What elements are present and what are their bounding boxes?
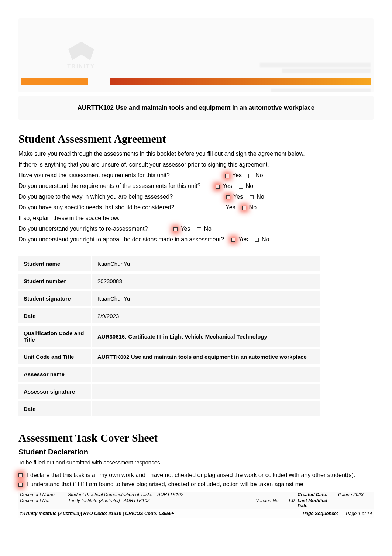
table-row-label: Date bbox=[18, 308, 92, 323]
question-2: Do you understand the requirements of th… bbox=[18, 181, 201, 192]
section-heading-agreement: Student Assessment Agreement bbox=[18, 133, 374, 145]
table-row-value: AURTTK002 Use and maintain tools and equ… bbox=[92, 349, 320, 364]
table-row-label: Student name bbox=[18, 256, 92, 271]
table-row-label: Student number bbox=[18, 274, 92, 289]
no-label: No bbox=[204, 224, 212, 234]
table-row-value bbox=[92, 367, 320, 382]
no-label: No bbox=[249, 202, 257, 213]
student-info-table: Student nameKuanChunYuStudent number2023… bbox=[18, 254, 320, 419]
doc-name-value: Student Practical Demonstration of Tasks… bbox=[66, 492, 248, 498]
question-4: Do you have any specific needs that shou… bbox=[18, 202, 175, 213]
header-accent-bar bbox=[18, 78, 374, 85]
table-row: Student nameKuanChunYu bbox=[18, 256, 320, 271]
q4-no-checkbox[interactable] bbox=[242, 206, 246, 210]
table-row-value bbox=[92, 384, 320, 399]
question-1: Have you read the assessment requirement… bbox=[18, 170, 170, 181]
q5-yes-checkbox[interactable] bbox=[173, 227, 178, 231]
declaration-instruction: To be filled out and submitted with asse… bbox=[18, 458, 374, 467]
no-label: No bbox=[262, 234, 269, 245]
table-row: Unit Code and TitleAURTTK002 Use and mai… bbox=[18, 349, 320, 364]
table-row: Assessor signature bbox=[18, 384, 320, 399]
yes-label: Yes bbox=[226, 202, 235, 213]
q3-no-checkbox[interactable] bbox=[250, 195, 254, 199]
table-row-value: 2/9/2023 bbox=[92, 308, 320, 323]
yes-label: Yes bbox=[180, 224, 190, 234]
declaration-subtitle: Student Declaration bbox=[18, 448, 374, 456]
yes-label: Yes bbox=[223, 181, 232, 192]
doc-no-label: Document No: bbox=[18, 498, 66, 509]
table-row-label: Unit Code and Title bbox=[18, 349, 92, 364]
table-row-label: Assessor signature bbox=[18, 384, 92, 399]
table-row: Date2/9/2023 bbox=[18, 308, 320, 323]
question-6: Do you understand your right to appeal t… bbox=[18, 234, 224, 245]
eagle-icon bbox=[68, 42, 94, 60]
declaration-1-text: I declare that this task is all my own w… bbox=[27, 471, 355, 479]
footer-meta-table: Document Name: Student Practical Demonst… bbox=[18, 492, 374, 509]
page-seq-value: Page 1 of 14 bbox=[346, 511, 372, 516]
table-row: Assessor name bbox=[18, 367, 320, 382]
copyright-text: ©Trinity Institute (Australia)| RTO Code… bbox=[20, 511, 174, 516]
yes-label: Yes bbox=[233, 192, 243, 202]
trinity-logo: TRINITY bbox=[55, 30, 107, 81]
table-row-label: Qualification Code and Title bbox=[18, 326, 92, 347]
q2-no-checkbox[interactable] bbox=[239, 185, 243, 189]
table-row-value: AUR30616: Certificate III in Light Vehic… bbox=[92, 326, 320, 347]
table-row: Student signatureKuanChunYu bbox=[18, 291, 320, 306]
q6-yes-checkbox[interactable] bbox=[231, 238, 235, 242]
yes-label: Yes bbox=[232, 170, 242, 181]
doc-no-value: Trinity Institute (Australia)– AURTTK102 bbox=[66, 498, 248, 509]
table-row-label: Date bbox=[18, 401, 92, 416]
table-row-value: 20230083 bbox=[92, 274, 320, 289]
table-row: Date bbox=[18, 401, 320, 416]
last-modified-label: Last Modified Date: bbox=[296, 498, 337, 509]
table-row-label: Student signature bbox=[18, 291, 92, 306]
intro-text-1: Make sure you read through the assessmen… bbox=[18, 149, 374, 159]
no-label: No bbox=[246, 181, 253, 192]
document-header: TRINITY AURTTK102 Use and maintain tools… bbox=[18, 18, 374, 120]
no-label: No bbox=[255, 170, 263, 181]
question-3: Do you agree to the way in which you are… bbox=[18, 192, 173, 202]
table-row-value: KuanChunYu bbox=[92, 291, 320, 306]
table-row-label: Assessor name bbox=[18, 367, 92, 382]
footer-bottom-line: ©Trinity Institute (Australia)| RTO Code… bbox=[18, 509, 374, 518]
table-row-value bbox=[92, 401, 320, 416]
yes-label: Yes bbox=[238, 234, 248, 245]
version-no-value: 1.0 bbox=[281, 498, 296, 509]
no-label: No bbox=[257, 192, 264, 202]
table-row: Qualification Code and TitleAUR30616: Ce… bbox=[18, 326, 320, 347]
q2-yes-checkbox[interactable] bbox=[216, 185, 220, 189]
page-seq-label: Page Sequence: bbox=[303, 511, 338, 516]
q5-no-checkbox[interactable] bbox=[197, 227, 201, 231]
declaration-2-text: I understand that if I If I am found to … bbox=[27, 480, 303, 488]
declaration-2-checkbox[interactable] bbox=[18, 483, 23, 487]
question-4-follow: If so, explain these in the space below. bbox=[18, 213, 374, 223]
created-date-label: Created Date: bbox=[296, 492, 337, 498]
question-5: Do you understand your rights to re-asse… bbox=[18, 224, 148, 234]
q1-no-checkbox[interactable] bbox=[248, 174, 252, 178]
unit-title-banner: AURTTK102 Use and maintain tools and equ… bbox=[18, 96, 374, 120]
q1-yes-checkbox[interactable] bbox=[225, 174, 229, 178]
table-row: Student number20230083 bbox=[18, 274, 320, 289]
version-no-label: Version No: bbox=[248, 498, 281, 509]
q3-yes-checkbox[interactable] bbox=[226, 195, 230, 199]
intro-text-2: If there is anything that you are unsure… bbox=[18, 159, 374, 169]
created-date-value: 6 June 2023 bbox=[337, 492, 374, 498]
q6-no-checkbox[interactable] bbox=[255, 238, 259, 242]
declaration-1-checkbox[interactable] bbox=[18, 473, 23, 477]
q4-yes-checkbox[interactable] bbox=[219, 206, 223, 210]
table-row-value: KuanChunYu bbox=[92, 256, 320, 271]
section-heading-cover-sheet: Assessment Task Cover Sheet bbox=[18, 432, 374, 444]
logo-text: TRINITY bbox=[67, 63, 95, 69]
doc-name-label: Document Name: bbox=[18, 492, 66, 498]
